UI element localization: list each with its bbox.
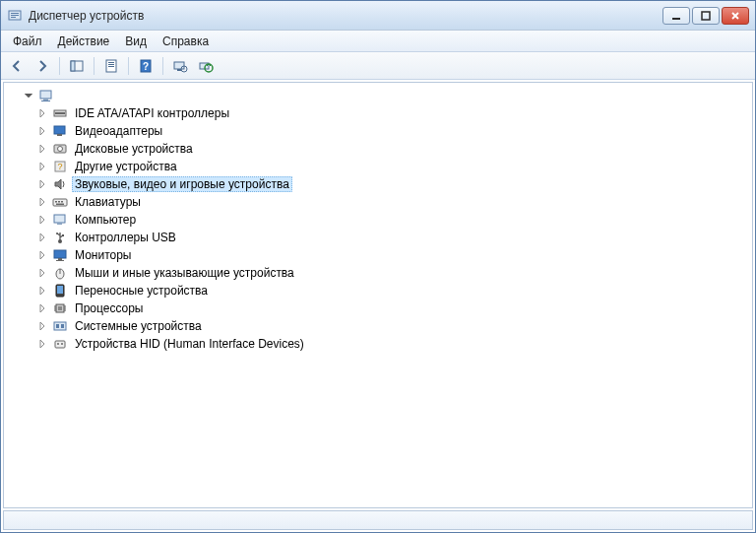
- tree-item[interactable]: ?Другие устройства: [6, 158, 750, 175]
- svg-rect-48: [58, 306, 62, 310]
- svg-rect-20: [43, 99, 48, 100]
- tree-item-label: Процессоры: [72, 300, 147, 316]
- other-icon: ?: [52, 159, 68, 174]
- tree-item[interactable]: Компьютер: [6, 211, 750, 229]
- svg-rect-4: [672, 18, 680, 20]
- portable-icon: [52, 283, 68, 299]
- tree-item-label: Клавиатуры: [72, 194, 144, 210]
- expand-icon[interactable]: [35, 266, 49, 280]
- tree-item[interactable]: Дисковые устройства: [6, 140, 750, 158]
- forward-button[interactable]: [31, 55, 54, 77]
- expand-icon[interactable]: [35, 177, 49, 191]
- disk-icon: [52, 141, 68, 157]
- expand-icon[interactable]: [35, 319, 49, 333]
- svg-rect-39: [62, 234, 64, 236]
- tree-item-label: Устройства HID (Human Interface Devices): [72, 336, 307, 352]
- tree-item[interactable]: Звуковые, видео и игровые устройства: [6, 175, 750, 193]
- system-icon: [52, 318, 68, 334]
- menu-file[interactable]: Файл: [5, 33, 50, 50]
- svg-rect-21: [41, 100, 50, 101]
- svg-text:?: ?: [57, 162, 62, 171]
- svg-point-27: [58, 147, 63, 152]
- svg-rect-58: [55, 341, 65, 348]
- svg-rect-41: [58, 258, 62, 260]
- expand-icon[interactable]: [35, 142, 49, 156]
- titlebar[interactable]: Диспетчер устройств: [1, 1, 755, 31]
- expand-icon[interactable]: [35, 284, 49, 298]
- expand-icon[interactable]: [35, 106, 49, 120]
- svg-rect-31: [55, 201, 57, 203]
- maximize-button[interactable]: [692, 7, 720, 25]
- tree-item-label: Компьютер: [72, 212, 139, 228]
- tree-item-label: Переносные устройства: [72, 283, 211, 299]
- tree-item-label: Звуковые, видео и игровые устройства: [72, 176, 292, 192]
- tree-item-label: IDE ATA/ATAPI контроллеры: [72, 105, 232, 121]
- properties-button[interactable]: [99, 55, 123, 77]
- tree-item[interactable]: Мониторы: [6, 246, 750, 264]
- hid-icon: [52, 336, 68, 352]
- svg-rect-23: [55, 112, 65, 114]
- svg-rect-42: [56, 260, 64, 261]
- window-title: Диспетчер устройств: [29, 9, 662, 23]
- tree-item-label: Контроллеры USB: [72, 230, 179, 245]
- tree-item[interactable]: Мыши и иные указывающие устройства: [6, 264, 750, 282]
- expand-icon[interactable]: [35, 337, 49, 351]
- menubar: Файл Действие Вид Справка: [1, 31, 755, 52]
- collapse-icon[interactable]: [22, 89, 35, 102]
- expand-icon[interactable]: [35, 195, 49, 209]
- close-button[interactable]: [722, 7, 749, 25]
- tree-item-label: Мыши и иные указывающие устройства: [72, 265, 297, 281]
- expand-icon[interactable]: [35, 213, 49, 227]
- svg-text:?: ?: [143, 61, 149, 72]
- display-icon: [52, 123, 68, 139]
- svg-rect-11: [108, 66, 114, 67]
- sound-icon: [52, 176, 68, 192]
- expand-icon[interactable]: [35, 301, 49, 315]
- update-driver-button[interactable]: [194, 55, 218, 77]
- svg-rect-35: [54, 215, 65, 223]
- tree-root-node[interactable]: [6, 87, 750, 104]
- expand-icon[interactable]: [35, 248, 49, 262]
- show-hide-tree-button[interactable]: [65, 55, 89, 77]
- tree-item[interactable]: Клавиатуры: [6, 193, 750, 211]
- expand-icon[interactable]: [35, 160, 49, 173]
- device-tree[interactable]: IDE ATA/ATAPI контроллерыВидеоадаптерыДи…: [3, 82, 753, 508]
- tree-item[interactable]: Контроллеры USB: [6, 229, 750, 246]
- tree-item[interactable]: Переносные устройства: [6, 282, 750, 300]
- scan-hardware-button[interactable]: [168, 55, 192, 77]
- tree-item[interactable]: IDE ATA/ATAPI контроллеры: [6, 104, 750, 122]
- window-controls: [662, 7, 749, 25]
- svg-rect-40: [54, 250, 66, 258]
- svg-rect-9: [108, 62, 114, 63]
- expand-icon[interactable]: [35, 124, 49, 138]
- computer-icon: [38, 88, 54, 103]
- mouse-icon: [52, 265, 68, 281]
- help-button[interactable]: ?: [134, 55, 158, 77]
- menu-action[interactable]: Действие: [50, 33, 118, 50]
- menu-help[interactable]: Справка: [155, 33, 217, 50]
- tree-item[interactable]: Системные устройства: [6, 317, 750, 335]
- toolbar-separator: [59, 57, 60, 75]
- computer-icon: [52, 212, 68, 228]
- tree-item-label: Системные устройства: [72, 318, 205, 334]
- tree-item-label: Мониторы: [72, 247, 134, 263]
- svg-rect-19: [40, 91, 51, 99]
- app-icon: [7, 8, 23, 24]
- svg-rect-56: [56, 324, 59, 328]
- svg-rect-2: [11, 15, 19, 16]
- menu-view[interactable]: Вид: [117, 33, 155, 50]
- minimize-button[interactable]: [662, 7, 690, 25]
- toolbar: ?: [1, 52, 755, 80]
- tree-item-label: Другие устройства: [72, 159, 180, 174]
- statusbar: [3, 510, 753, 530]
- svg-rect-34: [56, 204, 64, 206]
- tree-item[interactable]: Видеоадаптеры: [6, 122, 750, 140]
- tree-item[interactable]: Устройства HID (Human Interface Devices): [6, 335, 750, 353]
- tree-item-label: Дисковые устройства: [72, 141, 196, 157]
- monitor-icon: [52, 247, 68, 263]
- expand-icon[interactable]: [35, 231, 49, 244]
- cpu-icon: [52, 300, 68, 316]
- back-button[interactable]: [5, 55, 29, 77]
- device-manager-window: Диспетчер устройств Файл Действие Вид Сп…: [0, 0, 756, 533]
- tree-item[interactable]: Процессоры: [6, 300, 750, 317]
